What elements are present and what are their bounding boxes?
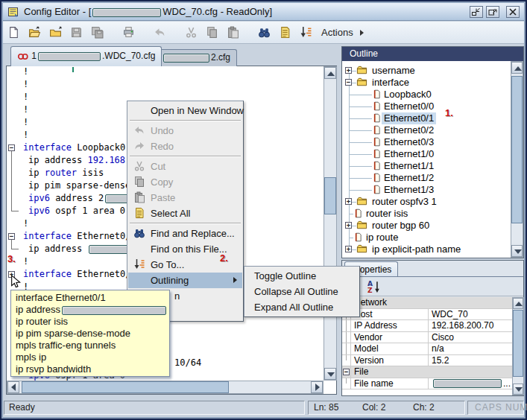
titlebar[interactable]: Config Editor - [WDC_70.cfg - ReadOnly]: [3, 3, 524, 21]
menu-item-find-and-replace[interactable]: Find and Replace...: [128, 226, 242, 241]
save-button[interactable]: [68, 23, 85, 42]
expand-icon[interactable]: +: [345, 67, 352, 74]
copy-button[interactable]: [203, 23, 221, 42]
menu-item-select-all[interactable]: Select All: [128, 206, 242, 221]
scrollbar-thumb[interactable]: [513, 310, 523, 377]
open-folder-button[interactable]: [47, 23, 64, 42]
browse-ellipsis[interactable]: ...: [503, 378, 511, 389]
scroll-down-button[interactable]: [513, 384, 523, 395]
find-button[interactable]: [256, 23, 273, 42]
collapse-icon[interactable]: −: [343, 369, 350, 375]
property-value[interactable]: Cisco: [429, 332, 512, 343]
editor-line[interactable]: !: [7, 78, 323, 91]
tree-item-ethernet1-1[interactable]: Ethernet1/1: [342, 160, 511, 172]
tab-wdc70-cfg[interactable]: 1.WDC_70.cfg: [10, 46, 162, 66]
property-row-ip-address[interactable]: IP Address192.168.200.70: [342, 320, 512, 332]
sort-alphabetical-button[interactable]: AZ: [367, 280, 381, 293]
tree-item-ethernet0-1[interactable]: Ethernet0/1: [342, 112, 511, 124]
properties-vscrollbar[interactable]: [512, 297, 524, 395]
tree-item-ethernet0-0[interactable]: Ethernet0/0: [342, 101, 511, 112]
property-value[interactable]: WDC_70: [429, 309, 512, 320]
scrollbar-thumb[interactable]: [22, 381, 229, 393]
undo-button[interactable]: [151, 23, 168, 42]
property-row-model[interactable]: Modeln/a: [342, 343, 512, 355]
save-icon: [70, 26, 83, 39]
actions-menu-button[interactable]: Actions: [321, 27, 364, 38]
tree-connector-stub: [349, 106, 372, 107]
editor-line[interactable]: !: [7, 66, 323, 78]
property-row-vendor[interactable]: VendorCisco: [342, 332, 512, 344]
tree-item-ethernet1-2[interactable]: Ethernet1/2: [342, 172, 511, 184]
tree-item-ip-explicit-path-name[interactable]: +ip explicit-path name: [342, 244, 511, 255]
scroll-up-button[interactable]: [324, 67, 336, 79]
property-value[interactable]: 192.168.200.70: [429, 320, 512, 331]
menu-item-cut[interactable]: Cut: [128, 159, 242, 174]
expand-icon[interactable]: +: [345, 198, 352, 205]
scroll-right-button[interactable]: [311, 381, 323, 393]
tree-item-ip-route[interactable]: ip route: [342, 232, 511, 244]
property-value[interactable]: n/a: [429, 343, 512, 354]
menu-item-open-in-new-window[interactable]: Open in New Window: [128, 103, 242, 118]
tree-item-username[interactable]: +username: [342, 65, 511, 77]
copy-icon: [133, 176, 145, 188]
scroll-up-button[interactable]: [511, 62, 523, 74]
outline-vscrollbar[interactable]: [511, 61, 523, 258]
tree-item-ethernet0-2[interactable]: Ethernet0/2: [342, 124, 511, 136]
paste-button[interactable]: [224, 23, 242, 42]
expand-icon[interactable]: +: [345, 246, 352, 252]
tree-item-ethernet1-3[interactable]: Ethernet1/3: [342, 184, 511, 196]
tree-item-router-isis[interactable]: router isis: [342, 208, 511, 220]
cut-button[interactable]: [183, 23, 200, 42]
scroll-down-button[interactable]: [511, 245, 523, 257]
scroll-left-button[interactable]: [7, 381, 19, 393]
menu-item-toggle-outline[interactable]: Toggle Outline: [245, 268, 359, 284]
property-row-file-name[interactable]: File name...: [342, 378, 512, 390]
goto-button[interactable]: [297, 23, 315, 42]
editor-line[interactable]: 10/64: [174, 357, 201, 369]
restore-button[interactable]: [470, 6, 483, 18]
menu-item-collapse-all-outline[interactable]: Collapse All Outline: [245, 284, 359, 299]
tab-2-cfg[interactable]: 2.cfg: [155, 49, 237, 66]
select-all-button[interactable]: [277, 23, 294, 42]
tree-item-label: Ethernet1/0: [382, 148, 436, 160]
tree-item-router-ospfv3-1[interactable]: +router ospfv3 1: [342, 196, 511, 208]
save-all-button[interactable]: [89, 23, 106, 42]
tree-item-loopback0[interactable]: Loopback0: [342, 89, 511, 101]
collapse-icon[interactable]: −: [8, 144, 15, 151]
menu-item-paste[interactable]: Paste: [128, 190, 242, 206]
property-row-version[interactable]: Version15.2: [342, 355, 512, 367]
property-category-network[interactable]: −Network: [342, 297, 512, 309]
outline-tree[interactable]: +username−interfaceLoopback0Ethernet0/0E…: [342, 61, 511, 258]
tree-item-ethernet0-3[interactable]: Ethernet0/3: [342, 136, 511, 148]
menu-item-outlining[interactable]: Outlining: [128, 273, 242, 288]
undo-icon: [154, 26, 166, 39]
collapse-icon[interactable]: −: [345, 79, 352, 86]
tree-item-interface[interactable]: −interface: [342, 77, 511, 89]
menu-item-redo[interactable]: Redo: [128, 139, 242, 154]
scrollbar-thumb[interactable]: [324, 177, 336, 214]
menu-item-undo[interactable]: Undo: [128, 123, 242, 139]
expand-icon[interactable]: +: [345, 222, 352, 229]
maximize-button[interactable]: [486, 6, 499, 18]
tree-item-router-bgp-60[interactable]: +router bgp 60: [342, 220, 511, 232]
editor-hscrollbar[interactable]: [7, 381, 324, 394]
property-value[interactable]: ...: [429, 378, 512, 389]
property-category-file[interactable]: −File: [342, 366, 512, 378]
new-button[interactable]: [5, 23, 22, 42]
scroll-down-button[interactable]: [324, 368, 336, 380]
property-row-host[interactable]: HostWDC_70: [342, 309, 512, 321]
scrollbar-thumb[interactable]: [511, 76, 523, 223]
property-value[interactable]: 15.2: [429, 355, 512, 366]
config-tooltip: interface Ethernet0/1ip addressip router…: [10, 290, 170, 377]
window-buttons: [467, 6, 520, 19]
collapse-icon[interactable]: −: [8, 233, 15, 240]
menu-item-expand-all-outline[interactable]: Expand All Outline: [245, 299, 359, 315]
open-button[interactable]: [26, 23, 43, 42]
tree-item-ethernet1-0[interactable]: Ethernet1/0: [342, 148, 511, 160]
menu-item-copy[interactable]: Copy: [128, 174, 242, 190]
editor-vscrollbar[interactable]: [324, 66, 337, 381]
cut-icon: [185, 26, 198, 39]
scroll-up-button[interactable]: [513, 298, 523, 309]
print-button[interactable]: [120, 23, 137, 42]
close-button[interactable]: [506, 6, 520, 18]
